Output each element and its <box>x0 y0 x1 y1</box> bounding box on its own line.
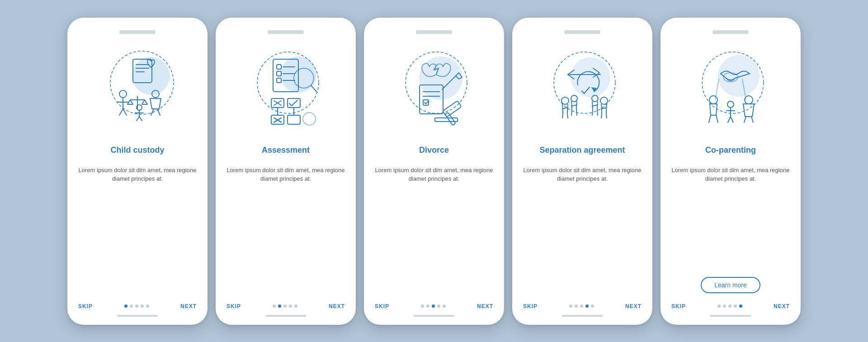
dots-assessment <box>273 305 297 308</box>
svg-line-77 <box>728 117 731 122</box>
phone-body-separation: Lorem ipsum dolor sit dim amet, mea regi… <box>523 166 642 239</box>
phone-body-assessment: Lorem ipsum dolor sit dim amet, mea regi… <box>226 166 345 239</box>
phone-bottom-child-custody: SKIP NEXT <box>78 300 197 309</box>
svg-rect-41 <box>288 115 300 124</box>
phone-notch-5 <box>712 30 749 34</box>
svg-point-8 <box>119 90 127 98</box>
phone-title-divorce: Divorce <box>419 141 449 160</box>
home-bar-coparenting <box>710 315 751 317</box>
phone-bottom-separation: SKIP NEXT <box>523 300 642 309</box>
phone-assessment: Assessment Lorem ipsum dolor sit dim ame… <box>216 18 356 325</box>
dot-2 <box>723 305 726 308</box>
phone-child-custody: Child custody Lorem ipsum dolor sit dim … <box>67 18 208 325</box>
phone-title-separation: Separation agreement <box>539 141 625 160</box>
skip-button-child-custody[interactable]: SKIP <box>78 303 93 309</box>
next-button-separation[interactable]: NEXT <box>625 303 642 309</box>
svg-point-74 <box>727 101 734 108</box>
svg-point-60 <box>561 97 569 104</box>
next-button-child-custody[interactable]: NEXT <box>180 303 197 309</box>
svg-point-44 <box>303 112 316 125</box>
svg-line-72 <box>709 115 711 122</box>
dot-4 <box>289 305 292 308</box>
home-bar-separation <box>562 315 603 317</box>
phone-title-assessment: Assessment <box>262 141 310 160</box>
svg-line-11 <box>119 109 123 115</box>
svg-line-80 <box>744 117 746 122</box>
dot-2 <box>130 305 133 308</box>
svg-line-82 <box>715 79 719 100</box>
learn-more-button[interactable]: Learn more <box>701 277 760 293</box>
dot-1 <box>717 305 721 308</box>
dots-divorce <box>421 305 446 308</box>
dot-4 <box>734 305 737 308</box>
phone-notch-4 <box>564 30 600 34</box>
phone-title-coparenting: Co-parenting <box>705 141 756 160</box>
skip-button-divorce[interactable]: SKIP <box>375 303 389 309</box>
svg-rect-28 <box>277 78 281 83</box>
svg-rect-50 <box>423 100 429 105</box>
dot-3 <box>283 305 287 308</box>
dots-separation <box>569 305 594 308</box>
dot-2 <box>426 305 429 308</box>
illustration-divorce <box>389 42 479 132</box>
phone-body-divorce: Lorem ipsum dolor sit dim amet, mea regi… <box>375 166 493 239</box>
illustration-assessment <box>241 42 331 132</box>
phone-notch-3 <box>416 30 452 34</box>
dot-3 <box>432 305 435 308</box>
next-button-divorce[interactable]: NEXT <box>477 303 493 309</box>
next-button-assessment[interactable]: NEXT <box>329 303 345 309</box>
dot-2 <box>575 305 578 308</box>
dot-3 <box>135 305 138 308</box>
dot-5 <box>294 305 297 308</box>
phone-divorce: Divorce Lorem ipsum dolor sit dim amet, … <box>364 18 504 325</box>
dot-3 <box>580 305 583 308</box>
phone-title-child-custody: Child custody <box>110 141 164 160</box>
phones-container: Child custody Lorem ipsum dolor sit dim … <box>54 4 814 338</box>
phone-notch-2 <box>268 30 304 34</box>
illustration-coparenting <box>685 42 776 132</box>
illustration-separation <box>537 42 627 132</box>
svg-line-12 <box>123 109 127 115</box>
dot-3 <box>728 305 731 308</box>
dot-1 <box>273 305 276 308</box>
dot-5 <box>443 305 446 308</box>
phone-body-coparenting: Lorem ipsum dolor sit dim amet, mea regi… <box>671 166 790 272</box>
phone-bottom-divorce: SKIP NEXT <box>375 300 493 309</box>
next-button-coparenting[interactable]: NEXT <box>774 303 790 309</box>
svg-point-46 <box>419 56 462 100</box>
phone-body-child-custody: Lorem ipsum dolor sit dim amet, mea regi… <box>78 166 197 239</box>
svg-point-71 <box>709 96 717 104</box>
dot-1 <box>124 305 127 308</box>
home-bar-assessment <box>265 315 306 317</box>
svg-point-64 <box>600 97 608 104</box>
home-bar-child-custody <box>117 315 158 317</box>
svg-line-20 <box>139 117 142 121</box>
illustration-child-custody <box>92 42 183 132</box>
dots-child-custody <box>124 305 149 308</box>
svg-line-31 <box>311 85 316 92</box>
skip-button-assessment[interactable]: SKIP <box>226 303 241 309</box>
skip-button-separation[interactable]: SKIP <box>523 303 538 309</box>
svg-rect-35 <box>288 98 300 108</box>
dot-2 <box>278 305 281 308</box>
skip-button-coparenting[interactable]: SKIP <box>671 303 686 309</box>
svg-rect-24 <box>277 65 281 69</box>
phone-notch <box>119 30 156 34</box>
dot-4 <box>585 305 589 308</box>
dot-5 <box>146 305 149 308</box>
home-bar-divorce <box>414 315 454 317</box>
dots-coparenting <box>717 305 742 308</box>
svg-line-81 <box>751 117 753 122</box>
dot-4 <box>437 305 440 308</box>
phone-coparenting: Co-parenting Lorem ipsum dolor sit dim a… <box>660 18 801 325</box>
svg-point-1 <box>132 57 170 95</box>
phone-bottom-assessment: SKIP NEXT <box>226 300 345 309</box>
dot-5 <box>591 305 594 308</box>
dot-1 <box>421 305 424 308</box>
svg-point-62 <box>571 95 577 102</box>
phone-separation: Separation agreement Lorem ipsum dolor s… <box>512 18 652 325</box>
dot-1 <box>569 305 572 308</box>
svg-line-78 <box>731 117 733 122</box>
dot-5 <box>739 305 742 308</box>
svg-point-57 <box>571 57 610 97</box>
